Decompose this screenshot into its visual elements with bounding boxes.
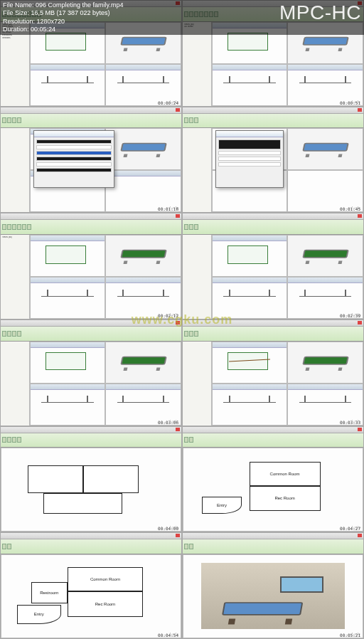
floorplan-view[interactable] <box>1 448 181 532</box>
thumb-9[interactable]: lynda 00:04:00 <box>0 426 182 533</box>
asset-editor-dialog[interactable] <box>215 130 284 188</box>
duration: 00:05:24 <box>31 26 55 33</box>
window <box>280 576 323 593</box>
duration-label: Duration: <box>3 26 29 33</box>
thumb-3[interactable]: lynda 00:01:18 <box>0 107 182 213</box>
resolution: 1280x720 <box>37 18 65 25</box>
timecode: 00:00:24 <box>157 101 179 105</box>
thumbnail-grid: Views (all)Floor PlansCeiling Plans3D Vi… <box>0 0 364 639</box>
room-entry: Entry <box>202 497 241 514</box>
dialog-titlebar <box>34 131 114 137</box>
room-restroom: Restroom <box>31 582 68 603</box>
room-rec: Rec Room <box>250 486 321 510</box>
file-size: 16,5 MB (17 387 022 bytes) <box>31 9 110 16</box>
app-name: MPC-HC <box>279 1 361 24</box>
rendered-3d-view[interactable] <box>183 554 363 638</box>
selected-material[interactable] <box>36 151 112 155</box>
file-name-label: File Name: <box>3 1 34 9</box>
elevation-front[interactable] <box>30 64 106 106</box>
file-size-label: File Size: <box>3 9 29 16</box>
resolution-label: Resolution: <box>3 18 35 25</box>
thumb-6[interactable]: lynda 00:02:39 <box>182 213 364 320</box>
thumb-4[interactable]: lynda 00:01:45 <box>182 107 364 213</box>
file-name: 096 Completing the family.mp4 <box>36 1 123 9</box>
material-browser-dialog[interactable] <box>33 130 114 188</box>
mpc-header: File Name: 096 Completing the family.mp4… <box>0 0 364 35</box>
room-common: Common Room <box>250 462 321 486</box>
thumb-7[interactable]: lynda 00:03:06 <box>0 320 182 426</box>
thumb-12[interactable]: lynda 00:05:21 <box>182 532 364 639</box>
thumb-11[interactable]: Common Room Restroom Rec Room Entry lynd… <box>0 532 182 639</box>
thumb-5[interactable]: Views (all) lynda 00:02:12 <box>0 213 182 320</box>
thumb-10[interactable]: Common Room Rec Room Entry lynda 00:04:2… <box>182 426 364 533</box>
thumb-8[interactable]: lynda 00:03:33 <box>182 320 364 426</box>
pool-table-render <box>221 602 303 620</box>
